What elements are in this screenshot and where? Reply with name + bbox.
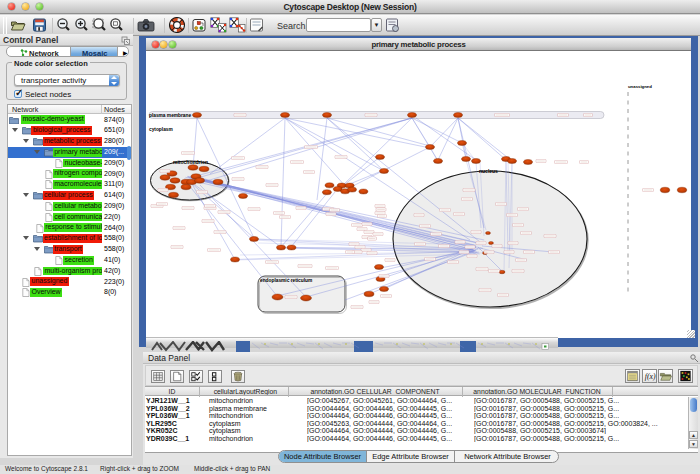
svg-text:unassigned: unassigned: [628, 84, 652, 89]
svg-text:nucleus: nucleus: [479, 168, 498, 174]
svg-text:f(x): f(x): [645, 372, 656, 381]
svg-text:plasma membrane: plasma membrane: [149, 113, 191, 118]
svg-text:endoplasmic reticulum: endoplasmic reticulum: [260, 278, 312, 283]
svg-text:cytoplasm: cytoplasm: [149, 127, 173, 132]
svg-text:mitochondrion: mitochondrion: [173, 159, 208, 165]
